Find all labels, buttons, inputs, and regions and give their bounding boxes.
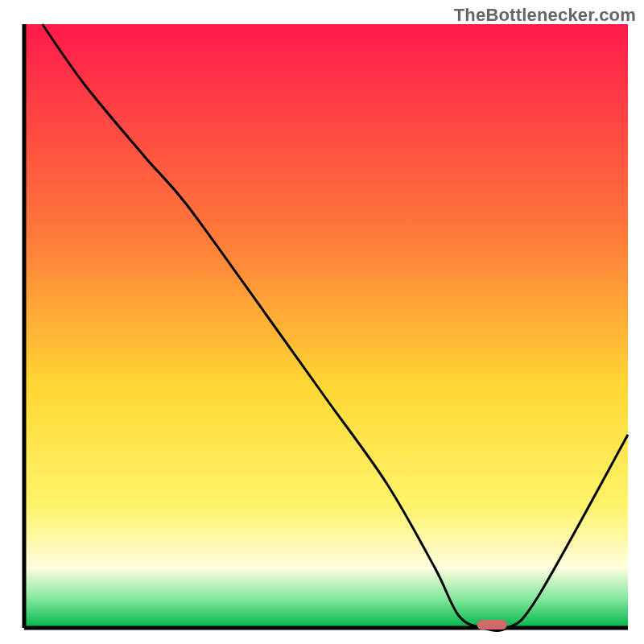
attribution-label: TheBottlenecker.com	[454, 5, 636, 26]
bottleneck-chart	[0, 0, 644, 644]
plot-background	[24, 24, 628, 628]
chart-container: TheBottlenecker.com	[0, 0, 644, 644]
optimal-marker	[477, 620, 508, 630]
